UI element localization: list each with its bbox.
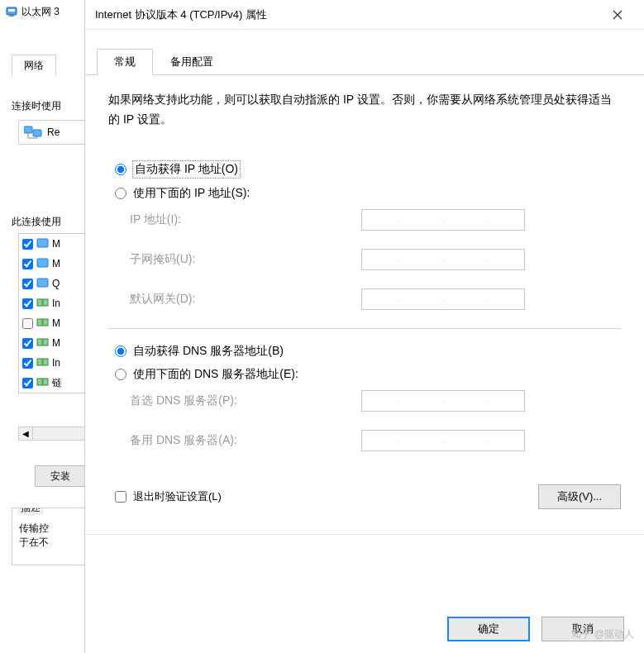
- dialog-content: 如果网络支持此功能，则可以获取自动指派的 IP 设置。否则，你需要从网络系统管理…: [85, 75, 644, 524]
- section-divider: [108, 328, 621, 329]
- parent-tab-network[interactable]: 网络: [12, 55, 56, 76]
- protocol-icon: [36, 357, 50, 369]
- default-gateway-input[interactable]: ...: [361, 288, 525, 310]
- svg-rect-6: [37, 259, 48, 267]
- svg-rect-10: [37, 319, 42, 326]
- svg-rect-14: [37, 359, 42, 365]
- scroll-left-icon[interactable]: ◀: [19, 427, 33, 440]
- svg-rect-4: [33, 130, 41, 136]
- field-ip-address: IP 地址(I): ...: [130, 209, 621, 231]
- parent-protocol-list[interactable]: M M Q In M M In 链: [18, 233, 86, 393]
- dialog-titlebar: Internet 协议版本 4 (TCP/IPv4) 属性: [85, 0, 644, 30]
- svg-rect-15: [43, 359, 48, 365]
- svg-rect-9: [43, 299, 48, 306]
- radio-ip-manual[interactable]: [115, 188, 126, 199]
- svg-rect-2: [9, 15, 14, 17]
- radio-dns-manual-label: 使用下面的 DNS 服务器地址(E):: [133, 367, 298, 382]
- description-legend: 描述: [17, 508, 44, 515]
- ethernet-icon: [5, 5, 18, 18]
- list-item[interactable]: 链: [19, 373, 85, 393]
- ok-button[interactable]: 确定: [447, 617, 530, 641]
- dialog-close-button[interactable]: [601, 2, 634, 27]
- subnet-mask-label: 子网掩码(U):: [130, 252, 361, 267]
- parent-adapter-box[interactable]: Re: [18, 120, 86, 145]
- radio-ip-manual-label: 使用下面的 IP 地址(S):: [133, 186, 250, 201]
- svg-rect-1: [8, 9, 15, 12]
- list-item[interactable]: M: [19, 254, 85, 274]
- list-item[interactable]: M: [19, 313, 85, 333]
- ip-address-label: IP 地址(I):: [130, 212, 361, 227]
- description-line2: 于在不: [19, 536, 79, 550]
- protocol-checkbox[interactable]: [22, 378, 33, 388]
- tab-alternate-config[interactable]: 备用配置: [153, 49, 231, 75]
- protocol-icon: [36, 238, 50, 250]
- svg-rect-17: [43, 379, 48, 385]
- list-item[interactable]: M: [19, 333, 85, 353]
- protocol-checkbox[interactable]: [22, 259, 33, 269]
- list-item[interactable]: M: [19, 234, 85, 254]
- ip-auto-row[interactable]: 自动获得 IP 地址(O): [108, 161, 621, 178]
- radio-dns-manual[interactable]: [115, 369, 126, 380]
- protocol-icon: [36, 298, 50, 309]
- svg-rect-3: [24, 126, 32, 133]
- field-default-gateway: 默认网关(D): ...: [130, 288, 621, 310]
- protocol-icon: [36, 337, 50, 349]
- preferred-dns-label: 首选 DNS 服务器(P):: [130, 393, 361, 408]
- dialog-title: Internet 协议版本 4 (TCP/IPv4) 属性: [95, 7, 267, 22]
- protocol-icon: [36, 258, 50, 269]
- protocol-checkbox[interactable]: [22, 338, 33, 349]
- protocol-icon: [36, 278, 50, 289]
- dialog-tabs: 常规 备用配置: [85, 30, 644, 75]
- protocol-icon: [36, 377, 50, 388]
- parent-horizontal-scrollbar[interactable]: ◀: [18, 427, 86, 441]
- tab-general[interactable]: 常规: [97, 49, 153, 75]
- validate-label: 退出时验证设置(L): [133, 489, 222, 504]
- parent-description-group: 描述 传输控 于在不: [12, 508, 86, 565]
- default-gateway-label: 默认网关(D):: [130, 292, 361, 307]
- dns-auto-row[interactable]: 自动获得 DNS 服务器地址(B): [108, 344, 621, 359]
- advanced-button[interactable]: 高级(V)...: [538, 484, 621, 509]
- validate-checkbox[interactable]: [115, 491, 126, 503]
- radio-ip-auto[interactable]: [115, 164, 126, 175]
- dns-manual-row[interactable]: 使用下面的 DNS 服务器地址(E):: [108, 367, 621, 382]
- dialog-footer-separator: [85, 534, 644, 543]
- radio-ip-auto-label: 自动获得 IP 地址(O): [133, 161, 240, 178]
- field-preferred-dns: 首选 DNS 服务器(P): ...: [130, 390, 621, 412]
- list-item[interactable]: Q: [19, 274, 85, 293]
- parent-properties-window: 以太网 3 网络 连接时使用 Re 此连接使用 M M Q In M M In …: [0, 0, 87, 653]
- protocol-checkbox[interactable]: [22, 298, 33, 309]
- description-line1: 传输控: [19, 522, 79, 536]
- network-adapter-icon: [24, 125, 42, 140]
- field-subnet-mask: 子网掩码(U): ...: [130, 249, 621, 270]
- list-item[interactable]: In: [19, 353, 85, 373]
- svg-rect-5: [37, 239, 48, 247]
- protocol-icon: [36, 317, 50, 329]
- dialog-footer: 确定 取消: [447, 617, 624, 641]
- svg-rect-11: [43, 319, 48, 326]
- protocol-checkbox[interactable]: [22, 239, 33, 250]
- parent-install-button[interactable]: 安装: [35, 465, 86, 487]
- close-icon: [613, 10, 623, 20]
- protocol-checkbox[interactable]: [22, 358, 33, 369]
- svg-rect-16: [37, 379, 42, 385]
- ip-manual-row[interactable]: 使用下面的 IP 地址(S):: [108, 186, 621, 201]
- bottom-row: 退出时验证设置(L) 高级(V)...: [108, 484, 621, 509]
- svg-rect-12: [37, 339, 42, 346]
- validate-row[interactable]: 退出时验证设置(L): [115, 489, 222, 504]
- subnet-mask-input[interactable]: ...: [361, 249, 525, 270]
- protocol-checkbox[interactable]: [22, 318, 33, 329]
- intro-text: 如果网络支持此功能，则可以获取自动指派的 IP 设置。否则，你需要从网络系统管理…: [108, 90, 621, 130]
- preferred-dns-input[interactable]: ...: [361, 390, 525, 412]
- parent-connect-using-label: 连接时使用: [12, 99, 61, 113]
- svg-rect-13: [43, 339, 48, 346]
- list-item[interactable]: In: [19, 293, 85, 313]
- radio-dns-auto[interactable]: [115, 346, 126, 357]
- protocol-checkbox[interactable]: [22, 279, 33, 289]
- svg-rect-8: [37, 299, 42, 306]
- cancel-button[interactable]: 取消: [541, 617, 624, 641]
- parent-adapter-text: Re: [47, 126, 60, 138]
- ip-address-input[interactable]: ...: [361, 209, 525, 231]
- alternate-dns-input[interactable]: ...: [361, 430, 525, 451]
- radio-dns-auto-label: 自动获得 DNS 服务器地址(B): [133, 344, 284, 359]
- alternate-dns-label: 备用 DNS 服务器(A):: [130, 433, 361, 448]
